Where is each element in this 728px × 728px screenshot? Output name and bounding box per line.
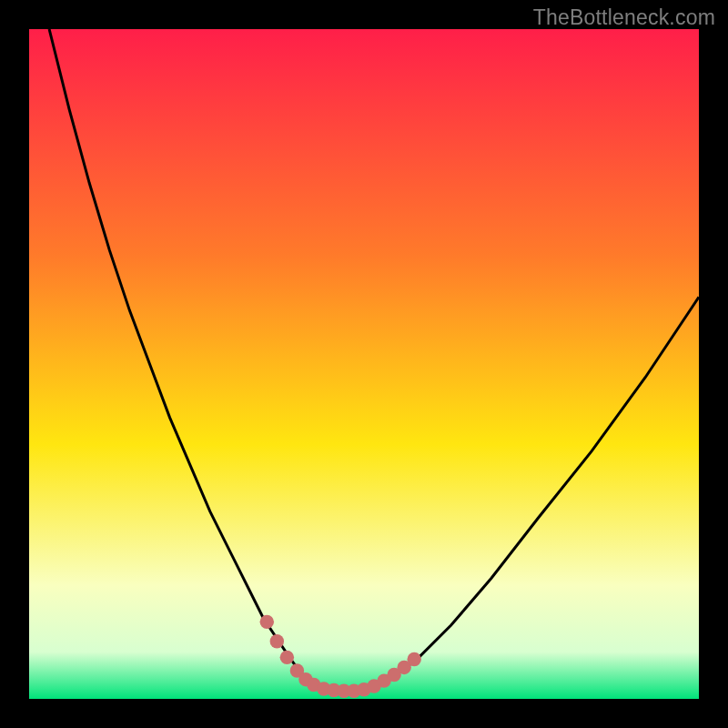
chart-frame: TheBottleneck.com [0,0,728,728]
marker-dot [280,651,294,664]
marker-dot [407,652,420,666]
marker-dot [270,634,284,648]
gradient-background [29,29,699,699]
watermark-text: TheBottleneck.com [533,5,715,30]
marker-dot [260,615,274,629]
bottleneck-chart [29,29,699,699]
